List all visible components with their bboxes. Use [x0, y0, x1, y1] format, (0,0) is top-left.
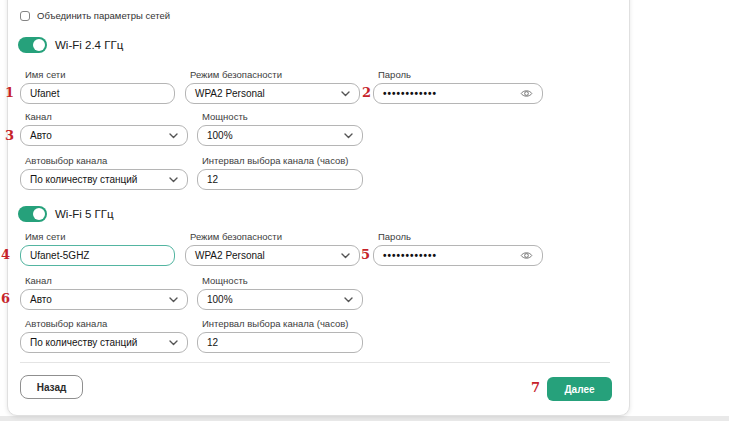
ssid-5-label: Имя сети [25, 231, 175, 242]
wifi-5-row-channel: Канал Авто Мощность 100% [20, 275, 363, 310]
channel-5-select[interactable]: Авто [20, 289, 188, 310]
password-5-field-group: Пароль •••••••••••• [373, 231, 543, 266]
power-5-field-group: Мощность 100% [197, 275, 363, 310]
annotation-step-5: 5 [361, 248, 370, 261]
channel-5-value: Авто [30, 294, 52, 305]
security-5-field-group: Режим безопасности WPA2 Personal [185, 231, 360, 266]
security-24-field-group: Режим безопасности WPA2 Personal [185, 69, 360, 104]
channel-24-label: Канал [25, 111, 188, 122]
ssid-5-input[interactable] [20, 245, 175, 266]
toggle-knob [33, 208, 45, 220]
password-5-label: Пароль [378, 231, 543, 242]
next-button[interactable]: Далее [547, 377, 612, 401]
password-24-label: Пароль [378, 69, 543, 80]
security-24-label: Режим безопасности [190, 69, 360, 80]
security-24-value: WPA2 Personal [195, 88, 265, 99]
chevron-down-icon [341, 253, 350, 259]
password-5-value: •••••••••••• [383, 250, 437, 261]
ssid-24-field-group: Имя сети [20, 69, 175, 104]
chevron-down-icon [169, 133, 178, 139]
autochannel-24-value: По количеству станций [30, 174, 137, 185]
wifi-24-section-title: Wi-Fi 2.4 ГГц [55, 39, 123, 51]
password-24-visibility-eye-icon[interactable] [520, 87, 533, 100]
channel-24-value: Авто [30, 130, 52, 141]
footer-divider [20, 362, 610, 363]
annotation-step-4: 4 [1, 248, 10, 261]
security-24-select[interactable]: WPA2 Personal [185, 83, 360, 104]
power-5-value: 100% [207, 294, 233, 305]
password-24-value: •••••••••••• [383, 88, 437, 99]
wifi-5-section-title: Wi-Fi 5 ГГц [55, 208, 114, 220]
autochannel-24-label: Автовыбор канала [25, 155, 188, 166]
password-5-input[interactable]: •••••••••••• [373, 245, 543, 266]
merge-networks-label: Объединить параметры сетей [37, 10, 170, 21]
chevron-down-icon [344, 297, 353, 303]
wifi-24-toggle[interactable] [18, 37, 47, 53]
wifi-5-toggle[interactable] [18, 206, 47, 222]
interval-24-input[interactable] [197, 169, 363, 190]
channel-24-field-group: Канал Авто [20, 111, 188, 146]
wifi-24-row-channel: Канал Авто Мощность 100% [20, 111, 363, 146]
chevron-down-icon [169, 340, 178, 346]
ssid-24-input[interactable] [20, 83, 175, 104]
power-24-label: Мощность [202, 111, 363, 122]
interval-24-field-group: Интервал выбора канала (часов) [197, 155, 363, 190]
ssid-24-label: Имя сети [25, 69, 175, 80]
toggle-knob [33, 39, 45, 51]
chevron-down-icon [344, 133, 353, 139]
autochannel-5-select[interactable]: По количеству станций [20, 332, 188, 353]
ssid-5-field-group: Имя сети [20, 231, 175, 266]
interval-5-field-group: Интервал выбора канала (часов) [197, 318, 363, 353]
power-24-select[interactable]: 100% [197, 125, 363, 146]
chevron-down-icon [169, 177, 178, 183]
interval-5-input[interactable] [197, 332, 363, 353]
autochannel-24-field-group: Автовыбор канала По количеству станций [20, 155, 188, 190]
annotation-step-6: 6 [1, 292, 10, 305]
password-5-visibility-eye-icon[interactable] [520, 249, 533, 262]
password-24-field-group: Пароль •••••••••••• [373, 69, 543, 104]
back-button[interactable]: Назад [20, 375, 83, 399]
autochannel-24-select[interactable]: По количеству станций [20, 169, 188, 190]
wifi-settings-form: Объединить параметры сетей Wi-Fi 2.4 ГГц… [0, 0, 729, 421]
annotation-step-1: 1 [5, 86, 14, 99]
power-24-value: 100% [207, 130, 233, 141]
power-24-field-group: Мощность 100% [197, 111, 363, 146]
wifi-5-row-autochannel: Автовыбор канала По количеству станций И… [20, 318, 363, 353]
password-24-input[interactable]: •••••••••••• [373, 83, 543, 104]
wifi-24-row-autochannel: Автовыбор канала По количеству станций И… [20, 155, 363, 190]
interval-24-label: Интервал выбора канала (часов) [202, 155, 363, 166]
annotation-step-7: 7 [531, 381, 540, 394]
annotation-step-3: 3 [5, 129, 14, 142]
autochannel-5-label: Автовыбор канала [25, 318, 188, 329]
channel-24-select[interactable]: Авто [20, 125, 188, 146]
channel-5-label: Канал [25, 275, 188, 286]
wifi-5-toggle-row: Wi-Fi 5 ГГц [18, 206, 114, 222]
annotation-step-2: 2 [362, 86, 371, 99]
autochannel-5-value: По количеству станций [30, 337, 137, 348]
power-5-select[interactable]: 100% [197, 289, 363, 310]
power-5-label: Мощность [202, 275, 363, 286]
wifi-24-row-main: Имя сети Режим безопасности WPA2 Persona… [20, 69, 543, 104]
autochannel-5-field-group: Автовыбор канала По количеству станций [20, 318, 188, 353]
interval-5-label: Интервал выбора канала (часов) [202, 318, 363, 329]
channel-5-field-group: Канал Авто [20, 275, 188, 310]
chevron-down-icon [341, 91, 350, 97]
merge-networks-checkbox-row[interactable]: Объединить параметры сетей [20, 10, 170, 21]
security-5-label: Режим безопасности [190, 231, 360, 242]
chevron-down-icon [169, 297, 178, 303]
security-5-value: WPA2 Personal [195, 250, 265, 261]
wifi-5-row-main: Имя сети Режим безопасности WPA2 Persona… [20, 231, 543, 266]
merge-networks-checkbox[interactable] [20, 11, 30, 21]
security-5-select[interactable]: WPA2 Personal [185, 245, 360, 266]
wifi-24-toggle-row: Wi-Fi 2.4 ГГц [18, 37, 123, 53]
